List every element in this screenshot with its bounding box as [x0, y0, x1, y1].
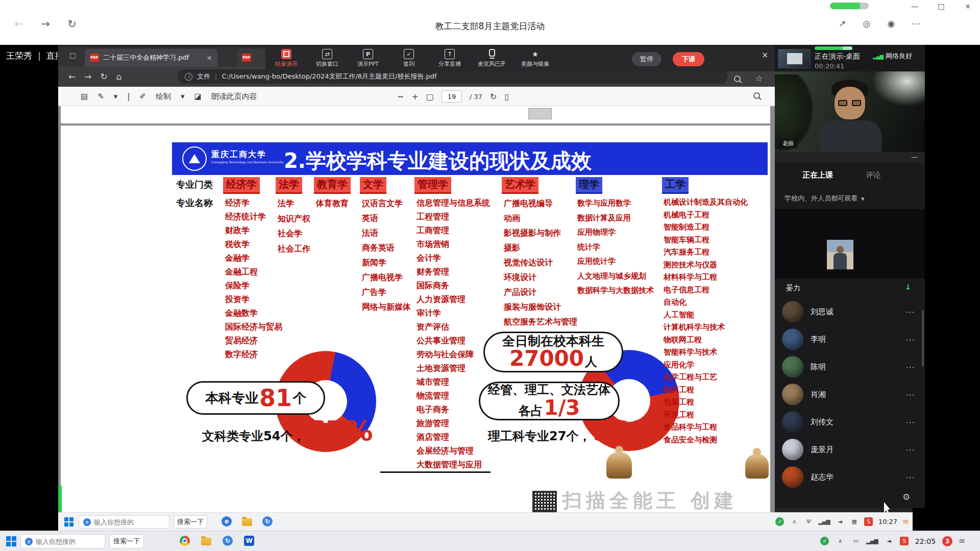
visibility-dropdown[interactable]: 学校内、外人员都可观看 ▾: [785, 194, 865, 203]
folder-icon[interactable]: [201, 538, 211, 545]
shield-icon[interactable]: ✓: [775, 517, 784, 526]
caret-down-icon[interactable]: ▾: [114, 92, 118, 101]
settings-gear-icon[interactable]: ⚙: [902, 492, 910, 502]
fit-page-icon[interactable]: ▢: [426, 92, 434, 102]
notification-center-icon[interactable]: ✉: [959, 537, 965, 545]
reload-icon[interactable]: ↻: [101, 71, 108, 82]
collaboration-icon[interactable]: ◎: [860, 16, 874, 31]
word-icon[interactable]: W: [244, 536, 254, 546]
mic-icon[interactable]: Ψ: [804, 517, 813, 526]
pdf-search-icon[interactable]: [753, 92, 760, 99]
volume-icon[interactable]: ◄: [836, 517, 844, 526]
meeting-toolbar-button[interactable]: 切换窗口: [314, 49, 340, 68]
ime-icon[interactable]: ▦: [850, 517, 859, 526]
sidebar-tab[interactable]: 正在上课: [802, 170, 833, 180]
chat-notification-icon[interactable]: ✉: [903, 518, 909, 525]
taskbar-search-box[interactable]: e: [79, 515, 169, 529]
zoom-icon[interactable]: [734, 76, 741, 82]
pause-button[interactable]: 暂停: [632, 52, 662, 66]
read-aloud-label[interactable]: 朗读此页内容: [211, 92, 257, 102]
forward-icon[interactable]: →: [84, 71, 91, 82]
caret-down-icon[interactable]: ▾: [181, 92, 185, 101]
participant-row[interactable]: 肖湘 ⋯: [775, 381, 925, 408]
participant-row[interactable]: 李明 ⋯: [775, 325, 925, 353]
browser-tab[interactable]: PDF 二十届三中全会精神学习.pdf ×: [85, 49, 217, 66]
outline-icon[interactable]: ▤: [81, 92, 88, 101]
page-layout-icon[interactable]: ▯: [504, 92, 509, 102]
clock[interactable]: 10:27: [878, 518, 897, 525]
tab-close-icon[interactable]: ×: [206, 54, 212, 62]
sidebar-scrollbar[interactable]: [922, 310, 924, 366]
sync-icon[interactable]: ↻: [262, 516, 273, 527]
taskbar-search-box[interactable]: e: [20, 534, 105, 548]
participant-more-icon[interactable]: ⋯: [902, 389, 918, 400]
participant-row[interactable]: 赵志华 ⋯: [775, 463, 925, 491]
clock[interactable]: 22:05: [915, 537, 936, 545]
chevron-up-icon[interactable]: ∧: [790, 517, 798, 526]
separator[interactable]: |: [127, 92, 130, 101]
sogou-input-icon[interactable]: S: [900, 537, 909, 545]
participant-row[interactable]: 庞景月 ⋯: [775, 436, 925, 463]
share-preview-thumbnail[interactable]: [778, 49, 811, 68]
browser-logo-icon[interactable]: ◉: [884, 16, 898, 31]
search-input[interactable]: [94, 518, 150, 526]
browser-tab-partial[interactable]: PDF: [237, 49, 265, 66]
participant-more-icon[interactable]: ⋯: [902, 472, 918, 483]
favorite-star-icon[interactable]: ☆: [755, 73, 763, 83]
close-toolbar-icon[interactable]: ×: [762, 50, 768, 60]
meeting-toolbar-button[interactable]: 麦克风已开: [478, 49, 506, 68]
home-icon[interactable]: ⌂: [116, 71, 122, 82]
collapse-icon[interactable]: —: [911, 153, 918, 161]
participant-more-icon[interactable]: ⋯: [902, 417, 918, 428]
back-icon[interactable]: ←: [68, 71, 76, 82]
chrome-icon[interactable]: [180, 536, 190, 546]
more-menu-icon[interactable]: ⋯: [909, 16, 923, 31]
sync-icon[interactable]: ↻: [223, 536, 233, 546]
pen-icon[interactable]: ✐: [139, 92, 146, 101]
windows-start-button[interactable]: [64, 517, 74, 527]
participant-row[interactable]: 陈明 ⋯: [775, 353, 925, 381]
minimize-button[interactable]: —: [908, 0, 922, 12]
site-info-icon[interactable]: i: [185, 73, 192, 81]
meeting-toolbar-button[interactable]: 演示PPT: [355, 49, 381, 68]
browser-e-icon[interactable]: e: [222, 516, 232, 527]
address-field[interactable]: i 文件 | C:/Users/wang-bo/Desktop/2024支部工作…: [178, 69, 728, 84]
participant-row[interactable]: 刘传文 ⋯: [775, 408, 925, 436]
participant-more-icon[interactable]: ⋯: [902, 307, 918, 317]
draw-label[interactable]: 绘制: [156, 92, 171, 102]
close-button[interactable]: ×: [961, 0, 975, 12]
windows-start-button[interactable]: [6, 536, 16, 546]
share-icon[interactable]: ↗: [835, 16, 849, 31]
volume-icon[interactable]: ◄: [885, 537, 893, 545]
search-go-button[interactable]: 搜索一下: [174, 515, 207, 529]
zoom-out-button[interactable]: −: [397, 92, 404, 102]
meeting-toolbar-button[interactable]: 签到: [396, 49, 422, 68]
zoom-in-button[interactable]: +: [411, 92, 418, 102]
maximize-button[interactable]: □: [934, 0, 948, 12]
participant-more-icon[interactable]: ⋯: [902, 444, 918, 455]
eraser-icon[interactable]: ◪: [194, 92, 201, 101]
battery-icon[interactable]: ▭: [851, 537, 860, 545]
tab-actions-icon[interactable]: ▢: [69, 51, 76, 59]
meeting-toolbar-button[interactable]: 美颜与镜像: [521, 49, 549, 68]
collapse-bar[interactable]: —: [775, 152, 925, 163]
participant-more-icon[interactable]: ⋯: [902, 362, 918, 372]
meeting-toolbar-button[interactable]: 分享直播: [437, 49, 462, 68]
participant-row[interactable]: 刘思诚 ⋯: [775, 298, 925, 325]
shield-icon[interactable]: ✓: [820, 537, 829, 545]
search-input[interactable]: [36, 538, 92, 545]
search-go-button[interactable]: 搜索一下: [109, 534, 144, 548]
signal-icon[interactable]: ▂▄▆: [818, 517, 829, 526]
sogou-input-icon[interactable]: S: [864, 517, 873, 526]
page-number-input[interactable]: [442, 90, 462, 103]
meeting-toolbar-button[interactable]: 结束演示: [274, 49, 299, 68]
chevron-up-icon[interactable]: ∧: [836, 537, 844, 545]
signal-icon[interactable]: ▂▄▆: [866, 537, 877, 545]
end-class-button[interactable]: 下课: [673, 52, 704, 66]
sidebar-tab[interactable]: 评论: [866, 170, 881, 180]
participant-more-icon[interactable]: ⋯: [902, 334, 918, 345]
highlighter-icon[interactable]: ✎: [97, 92, 104, 101]
rotate-icon[interactable]: ↻: [490, 92, 497, 102]
folder-icon[interactable]: [242, 518, 252, 526]
notification-badge[interactable]: 3: [942, 536, 952, 546]
